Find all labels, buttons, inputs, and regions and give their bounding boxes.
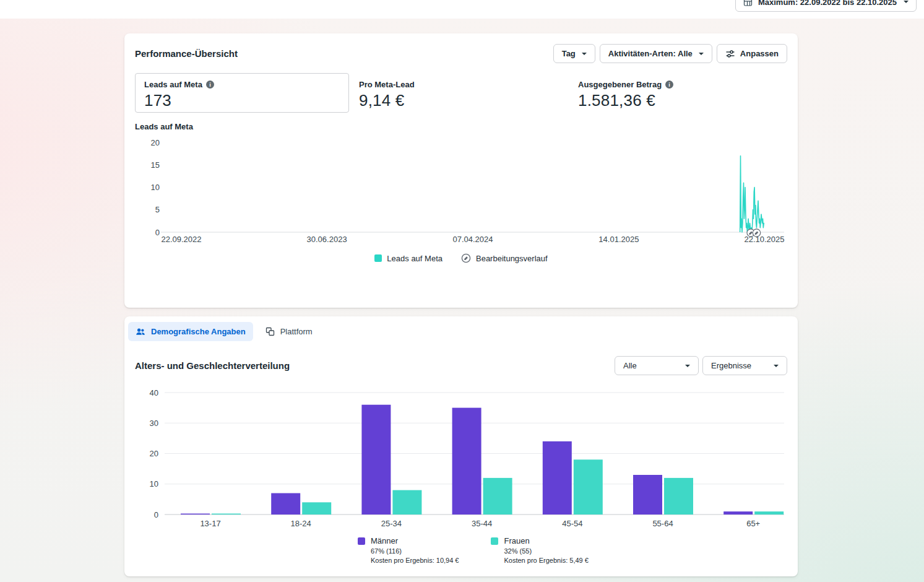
svg-text:65+: 65+ — [746, 519, 760, 528]
breakdown-select[interactable]: Alle — [615, 356, 699, 375]
svg-text:07.04.2024: 07.04.2024 — [452, 235, 493, 244]
svg-text:35-44: 35-44 — [472, 519, 492, 528]
legend-women: Frauen 32% (55) Kosten pro Ergebnis: 5,4… — [491, 536, 588, 564]
svg-text:45-54: 45-54 — [562, 519, 582, 528]
metric-amount-spent-value: 1.581,36 € — [578, 91, 673, 110]
time-granularity-label: Tag — [562, 49, 576, 58]
chevron-down-icon — [685, 365, 690, 367]
svg-text:20: 20 — [151, 138, 160, 147]
demographics-header: Alters- und Geschlechterverteilung Alle … — [135, 356, 787, 375]
chevron-down-icon — [904, 1, 909, 3]
customize-button[interactable]: Anpassen — [717, 44, 787, 63]
tab-platform-label: Plattform — [280, 327, 313, 336]
demographics-card: Demografische Angaben Plattform Alters- … — [124, 316, 798, 576]
demographics-title: Alters- und Geschlechterverteilung — [135, 360, 290, 371]
svg-text:55-64: 55-64 — [652, 519, 673, 528]
date-range-label: Maximum: 22.09.2022 bis 22.10.2025 — [758, 0, 897, 7]
metric-cost-per-lead-label: Pro Meta-Lead — [359, 80, 415, 89]
metric-leads-value: 173 — [144, 91, 340, 110]
main-content: Performance-Übersicht Tag Aktivitäten-Ar… — [124, 33, 798, 576]
metric-cost-per-lead-value: 9,14 € — [359, 91, 415, 110]
svg-text:0: 0 — [154, 510, 158, 519]
metric-select-value: Ergebnisse — [711, 361, 751, 370]
men-legend-swatch — [358, 537, 365, 545]
info-icon[interactable] — [665, 80, 673, 89]
tab-platform[interactable]: Plattform — [258, 322, 320, 341]
demographics-filters: Alle Ergebnisse — [615, 356, 787, 375]
chevron-down-icon — [582, 53, 587, 55]
metric-amount-spent[interactable]: Ausgegebener Betrag 1.581,36 € — [578, 73, 673, 110]
leads-line-chart: 0510152022.09.202230.06.202307.04.202414… — [135, 136, 787, 248]
metric-leads-label: Leads auf Meta — [144, 80, 202, 89]
performance-controls: Tag Aktivitäten-Arten: Alle Anpassen — [553, 44, 787, 63]
metrics-row: Leads auf Meta 173 Pro Meta-Lead 9,14 € … — [135, 73, 787, 113]
metric-leads[interactable]: Leads auf Meta 173 — [135, 73, 349, 113]
line-chart-title: Leads auf Meta — [135, 122, 787, 132]
legend-women-label: Frauen — [504, 536, 588, 545]
performance-title: Performance-Übersicht — [135, 48, 238, 59]
top-strip: Maximum: 22.09.2022 bis 22.10.2025 — [0, 0, 924, 19]
activity-filter-button[interactable]: Aktivitäten-Arten: Alle — [600, 44, 712, 63]
platform-icon — [266, 327, 275, 336]
metric-amount-spent-label: Ausgegebener Betrag — [578, 80, 662, 89]
line-chart-legend: Leads auf Meta Bearbeitungsverlauf — [135, 253, 787, 263]
metric-cost-per-lead[interactable]: Pro Meta-Lead 9,14 € — [359, 73, 415, 110]
breakdown-tabs: Demografische Angaben Plattform — [128, 322, 787, 341]
edit-history-icon — [461, 253, 471, 263]
date-range-button[interactable]: Maximum: 22.09.2022 bis 22.10.2025 — [735, 0, 917, 12]
age-gender-bar-chart: 01020304013-1718-2425-3435-4445-5455-646… — [135, 386, 787, 530]
legend-men-cost: Kosten pro Ergebnis: 10,94 € — [371, 557, 459, 564]
svg-text:30.06.2023: 30.06.2023 — [307, 235, 347, 244]
leads-legend-swatch — [374, 254, 382, 262]
legend-men-share: 67% (116) — [371, 547, 459, 555]
adjust-icon — [725, 49, 735, 59]
legend-edit-history: Bearbeitungsverlauf — [461, 253, 548, 263]
performance-card: Performance-Übersicht Tag Aktivitäten-Ar… — [124, 33, 798, 308]
activity-filter-label: Aktivitäten-Arten: Alle — [608, 49, 693, 58]
svg-text:10: 10 — [151, 183, 160, 192]
svg-text:13-17: 13-17 — [200, 519, 220, 528]
people-icon — [136, 327, 145, 337]
legend-women-cost: Kosten pro Ergebnis: 5,49 € — [504, 557, 588, 564]
tab-demographics-label: Demografische Angaben — [151, 327, 246, 336]
svg-text:5: 5 — [155, 205, 160, 214]
svg-text:14.01.2025: 14.01.2025 — [598, 235, 639, 244]
svg-text:22.09.2022: 22.09.2022 — [161, 235, 201, 244]
legend-edit-history-label: Bearbeitungsverlauf — [476, 254, 548, 263]
chevron-down-icon — [774, 365, 779, 367]
customize-label: Anpassen — [740, 49, 779, 58]
calendar-icon — [743, 0, 753, 7]
svg-text:40: 40 — [150, 388, 158, 397]
metric-select[interactable]: Ergebnisse — [702, 356, 787, 375]
svg-text:30: 30 — [150, 419, 158, 428]
bar-chart-legend: Männer 67% (116) Kosten pro Ergebnis: 10… — [358, 536, 787, 564]
svg-text:20: 20 — [150, 449, 158, 458]
legend-leads: Leads auf Meta — [374, 254, 443, 263]
performance-header: Performance-Übersicht Tag Aktivitäten-Ar… — [135, 44, 787, 63]
svg-text:15: 15 — [151, 160, 160, 170]
tab-demographics[interactable]: Demografische Angaben — [128, 322, 253, 341]
info-icon[interactable] — [206, 80, 214, 89]
breakdown-select-value: Alle — [623, 361, 637, 370]
svg-text:18-24: 18-24 — [291, 519, 311, 528]
chevron-down-icon — [699, 53, 704, 55]
legend-men-label: Männer — [371, 536, 459, 545]
time-granularity-button[interactable]: Tag — [553, 44, 595, 63]
legend-men: Männer 67% (116) Kosten pro Ergebnis: 10… — [358, 536, 459, 564]
women-legend-swatch — [491, 537, 498, 545]
legend-leads-label: Leads auf Meta — [387, 254, 443, 263]
svg-text:25-34: 25-34 — [381, 519, 402, 528]
legend-women-share: 32% (55) — [504, 547, 588, 555]
svg-text:0: 0 — [155, 228, 160, 237]
svg-text:10: 10 — [150, 479, 158, 489]
